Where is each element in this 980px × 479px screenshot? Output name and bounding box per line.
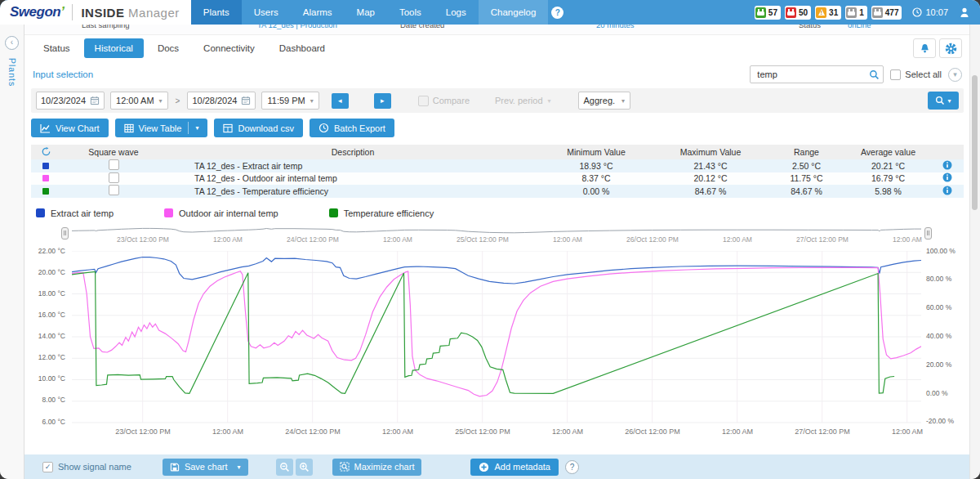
- page-scrollbar[interactable]: [969, 25, 980, 479]
- x-axis-label: 24/Oct 12:00 PM: [270, 428, 355, 436]
- menu-item[interactable]: Map: [345, 0, 387, 25]
- navigator-time-label: 12:00 AM: [865, 235, 950, 244]
- legend-item[interactable]: Temperature efficiency: [329, 208, 434, 218]
- scrollbar-thumb[interactable]: [972, 75, 978, 210]
- select-all-checkbox[interactable]: [890, 69, 901, 80]
- date-from-input[interactable]: 10/23/2024: [36, 92, 105, 110]
- info-icon[interactable]: [942, 160, 952, 170]
- download-csv-button[interactable]: Download csv: [214, 119, 302, 137]
- tab[interactable]: Dashboard: [269, 38, 336, 58]
- chart-navigator[interactable]: 23/Oct 12:00 PM12:00 AM24/Oct 12:00 PM12…: [24, 225, 970, 249]
- calendar-icon[interactable]: [241, 96, 251, 105]
- legend-item[interactable]: Outdoor air internal temp: [164, 208, 278, 218]
- time-from-select[interactable]: 12:00 AM▾: [110, 92, 168, 110]
- status-badge[interactable]: 50: [785, 6, 811, 20]
- save-chart-button[interactable]: Save chart ▾: [163, 459, 248, 476]
- min-value: 8.37 °C: [539, 173, 653, 183]
- menu-item[interactable]: Users: [242, 0, 291, 25]
- table-icon: [124, 123, 134, 133]
- navigator-left-handle[interactable]: [61, 227, 69, 239]
- menu-item[interactable]: Plants: [191, 0, 242, 25]
- top-navbar: Swegon’ INSIDE Manager Plants Users Alar…: [0, 0, 980, 25]
- tab[interactable]: Historical: [84, 38, 144, 58]
- tab[interactable]: Connectivity: [193, 38, 265, 58]
- user-menu[interactable]: [959, 7, 970, 18]
- plus-circle-icon: [479, 462, 489, 472]
- date-to-input[interactable]: 10/28/2024: [187, 92, 256, 110]
- batch-export-button[interactable]: Batch Export: [310, 119, 394, 137]
- signal-search[interactable]: [750, 65, 884, 83]
- search-icon[interactable]: [869, 69, 880, 80]
- navigator-time-label: 23/Oct 12:00 PM: [100, 235, 185, 244]
- table-row[interactable]: TA 12_des - Outdoor air internal temp 8.…: [31, 172, 964, 186]
- settings-button[interactable]: [939, 38, 962, 58]
- info-icon[interactable]: [942, 186, 952, 195]
- sidebar-label-plants[interactable]: Plants: [7, 58, 17, 87]
- series-color-swatch: [42, 163, 49, 169]
- app-window: Swegon’ INSIDE Manager Plants Users Alar…: [0, 0, 980, 479]
- main-chart[interactable]: 22.00 °C20.00 °C18.00 °C16.00 °C14.00 °C…: [24, 251, 970, 424]
- square-wave-checkbox[interactable]: [109, 159, 119, 170]
- signal-description: TA 12_des - Outdoor air internal temp: [167, 173, 539, 183]
- navigator-time-label: 26/Oct 12:00 PM: [610, 235, 695, 244]
- navigator-right-handle[interactable]: [924, 227, 932, 239]
- series-color-swatch: [42, 188, 49, 195]
- info-icon[interactable]: [942, 172, 952, 182]
- tab[interactable]: Docs: [147, 38, 189, 58]
- menu-item[interactable]: Alarms: [291, 0, 345, 25]
- bell-icon: [920, 43, 930, 54]
- status-badge[interactable]: 31: [815, 6, 841, 20]
- table-row[interactable]: TA 12_des - Extract air temp 18.93 °C 21…: [31, 159, 964, 172]
- chart-plot-area[interactable]: [72, 251, 921, 424]
- add-metadata-button[interactable]: Add metadata: [470, 459, 559, 476]
- export-clock-icon: [318, 123, 329, 133]
- x-axis-label: 23/Oct 12:00 PM: [100, 428, 185, 436]
- calendar-icon[interactable]: [90, 96, 100, 105]
- status-badge[interactable]: 1: [845, 6, 867, 20]
- help-button[interactable]: ?: [551, 0, 564, 25]
- clipped-text-fragment: 20 minutes: [596, 25, 634, 29]
- apply-search-button[interactable]: ▾: [928, 92, 959, 110]
- sidebar-expand-icon[interactable]: ‹: [5, 36, 19, 50]
- status-badge[interactable]: 57: [755, 6, 781, 20]
- menu-item[interactable]: Logs: [434, 0, 479, 25]
- signal-search-input[interactable]: [755, 69, 869, 80]
- legend-item[interactable]: Extract air temp: [36, 208, 114, 218]
- range-value: 84.67 %: [768, 186, 845, 196]
- status-badge[interactable]: 477: [871, 6, 902, 20]
- zoom-in-button[interactable]: [296, 459, 313, 476]
- time-to-select[interactable]: 11:59 PM▾: [261, 92, 318, 110]
- notifications-button[interactable]: [913, 38, 936, 58]
- menu-item[interactable]: Changelog: [479, 0, 549, 25]
- show-signal-label: Show signal name: [58, 462, 131, 472]
- show-signal-checkbox[interactable]: [42, 462, 53, 472]
- tab[interactable]: Status: [33, 38, 81, 58]
- table-row[interactable]: TA 12_des - Temperature efficiency 0.00 …: [31, 185, 964, 198]
- square-wave-checkbox[interactable]: [109, 172, 119, 183]
- zoom-out-button[interactable]: [276, 459, 293, 476]
- chevron-down-icon[interactable]: ▾: [237, 463, 240, 471]
- legend-swatch: [164, 208, 173, 217]
- legend-label: Outdoor air internal temp: [179, 208, 278, 218]
- previous-period-button[interactable]: ◂: [332, 93, 349, 109]
- view-chart-button[interactable]: View Chart: [31, 119, 109, 137]
- prev-period-select[interactable]: Prev. period▾: [495, 96, 551, 105]
- next-period-button[interactable]: ▸: [374, 93, 391, 109]
- square-wave-checkbox[interactable]: [109, 185, 119, 195]
- refresh-button[interactable]: [31, 147, 60, 158]
- compare-checkbox[interactable]: [418, 96, 429, 106]
- menu-item[interactable]: Tools: [387, 0, 434, 25]
- max-value: 84.67 %: [653, 186, 768, 196]
- collapse-section-icon[interactable]: ▾: [948, 68, 962, 82]
- aggregation-select[interactable]: Aggreg.▾: [578, 92, 631, 110]
- chart-help-button[interactable]: ?: [565, 460, 579, 474]
- navigator-time-label: 12:00 AM: [525, 235, 610, 244]
- series-color-swatch: [42, 175, 49, 181]
- main-menu: Plants Users Alarms Map Tools Logs Chang…: [191, 0, 549, 25]
- maximize-chart-button[interactable]: Maximize chart: [332, 459, 422, 476]
- y-axis-right: 100.00 %80.00 %60.00 %40.00 %20.00 %0.00…: [926, 248, 969, 426]
- gear-icon: [945, 43, 957, 55]
- show-signal-name-toggle[interactable]: Show signal name: [42, 462, 131, 472]
- chevron-down-icon[interactable]: ▾: [195, 124, 198, 132]
- view-table-button[interactable]: View Table ▾: [115, 119, 208, 137]
